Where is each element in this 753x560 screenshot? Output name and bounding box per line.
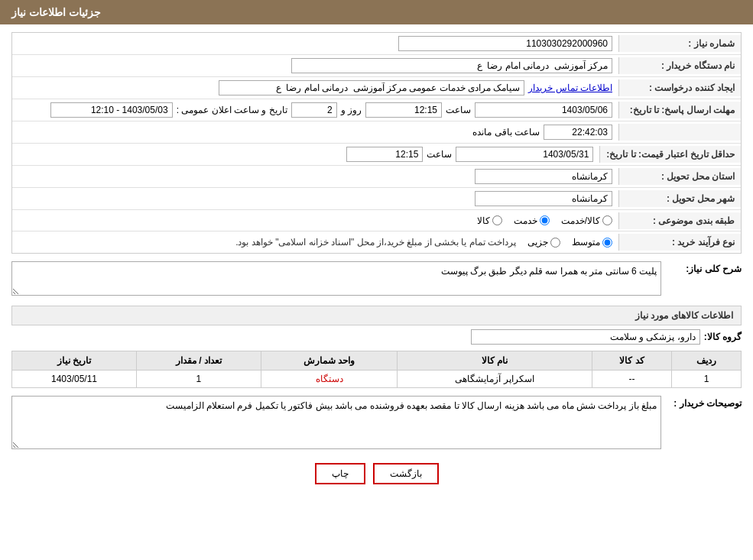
mohlat-ersal-date-input[interactable] xyxy=(475,102,612,118)
table-cell-namKala: اسکراپر آزمایشگاهی xyxy=(398,371,592,388)
sharh-kolli-value xyxy=(11,261,661,298)
mohlat-ersal-saat-label: ساعت xyxy=(446,105,471,115)
group-kala-input[interactable] xyxy=(471,329,700,345)
tosaif-textarea[interactable] xyxy=(11,396,661,449)
kalaها-title: اطلاعات کالاهای مورد نیاز xyxy=(11,306,742,325)
radio-kala-khadamat-input[interactable] xyxy=(602,215,612,225)
ijad-konande-value: اطلاعات تماس خریدار xyxy=(12,77,618,99)
row-shomare-niaz: شماره نیاز : xyxy=(12,33,741,55)
mohlat-ersal-value: ساعت روز و تاریخ و ساعت اعلان عمومی : xyxy=(12,99,618,121)
radio-jozee: جزیی xyxy=(527,237,560,248)
nove-faraind-desc: پرداخت تمام یا بخشی از مبلغ خرید،از محل … xyxy=(235,237,516,248)
shahr-tahvil-label: شهر محل تحویل : xyxy=(618,190,741,207)
mande-saat-value: ساعت باقی مانده xyxy=(12,121,618,143)
nam-dastgah-value xyxy=(12,55,618,76)
page-wrapper: جزئیات اطلاعات نیاز شماره نیاز : نام دست… xyxy=(0,0,753,560)
sharh-kolli-label: شرح کلی نیاز: xyxy=(665,261,742,274)
row-mohlat-ersal: مهلت ارسال پاسخ: تا تاریخ: ساعت روز و تا… xyxy=(12,99,741,121)
hadaqal-tarikh-value: ساعت xyxy=(12,144,599,165)
row-tabaghe-bandi: طبقه بندی موضوعی : کالا/خدمت خدمت xyxy=(12,210,741,231)
mohlat-ersal-roz-label: روز و xyxy=(341,105,362,115)
tosaif-section: توصیحات خریدار : xyxy=(11,396,742,452)
row-shahr-tahvil: شهر محل تحویل : xyxy=(12,188,741,210)
tosaif-value xyxy=(11,396,661,452)
table-cell-kodKala: -- xyxy=(592,371,671,388)
table-header-row: ردیف کد کالا نام کالا واحد شمارش تعداد /… xyxy=(12,351,742,371)
row-mande-saat: ساعت باقی مانده xyxy=(12,121,741,144)
group-kala-label: گروه کالا: xyxy=(704,332,742,342)
row-hadaqal-tarikh: حداقل تاریخ اعتبار قیمت: تا تاریخ: ساعت xyxy=(12,144,741,166)
mohlat-ersal-roz-input[interactable] xyxy=(291,102,337,118)
back-button[interactable]: بازگشت xyxy=(373,463,439,484)
col-tedad: تعداد / مقدار xyxy=(137,351,261,371)
ettelaat-tamas-link[interactable]: اطلاعات تماس خریدار xyxy=(528,83,612,93)
tarikh-alan-input[interactable] xyxy=(50,102,173,118)
tabaghe-bandi-label: طبقه بندی موضوعی : xyxy=(618,212,741,229)
hadaqal-tarikh-label: حداقل تاریخ اعتبار قیمت: تا تاریخ: xyxy=(599,146,741,163)
radio-khadamat-input[interactable] xyxy=(540,215,550,225)
info-section: شماره نیاز : نام دستگاه خریدار : ایجاد ک… xyxy=(11,32,742,254)
table-cell-vahadShomarash: دستگاه xyxy=(261,371,397,388)
col-kod-kala: کد کالا xyxy=(592,351,671,371)
nam-dastgah-input[interactable] xyxy=(291,58,612,73)
radio-kala: کالا xyxy=(477,215,502,226)
mande-saat-input[interactable] xyxy=(544,125,612,140)
group-kala-row: گروه کالا: xyxy=(11,329,742,345)
row-nam-dastgah: نام دستگاه خریدار : xyxy=(12,55,741,77)
col-vahad: واحد شمارش xyxy=(261,351,397,371)
table-cell-tedad: 1 xyxy=(137,371,261,388)
goods-table: ردیف کد کالا نام کالا واحد شمارش تعداد /… xyxy=(11,351,742,388)
ostan-tahvil-input[interactable] xyxy=(475,169,612,184)
hadaqal-saat-label: ساعت xyxy=(427,149,452,160)
radio-khadamat: خدمت xyxy=(514,215,550,226)
hadaqal-saat-input[interactable] xyxy=(346,147,423,162)
tabaghe-bandi-radio-group: کالا/خدمت خدمت کالا xyxy=(18,215,612,226)
col-tarikh-niaz: تاریخ نیاز xyxy=(12,351,137,371)
mohlat-ersal-saat-input[interactable] xyxy=(365,102,442,118)
sharh-kolli-textarea[interactable] xyxy=(11,261,661,296)
mande-saat-label xyxy=(618,124,741,141)
nove-faraind-value: متوسط جزیی پرداخت تمام یا بخشی از مبلغ خ… xyxy=(12,234,618,251)
radio-kala-khadamat: کالا/خدمت xyxy=(561,215,612,226)
khadamat-label: خدمت xyxy=(514,215,537,226)
nam-dastgah-label: نام دستگاه خریدار : xyxy=(618,57,741,74)
radio-motavaset-input[interactable] xyxy=(602,238,612,248)
col-radif: ردیف xyxy=(672,351,742,371)
hadaqal-date-input[interactable] xyxy=(456,147,593,162)
row-ostan-tahvil: استان محل تحویل : xyxy=(12,166,741,188)
ostan-tahvil-value xyxy=(12,166,618,187)
radio-kala-input[interactable] xyxy=(492,215,502,225)
mohlat-ersal-label: مهلت ارسال پاسخ: تا تاریخ: xyxy=(618,102,741,118)
ijad-konande-input[interactable] xyxy=(219,80,524,95)
shomare-niaz-value xyxy=(12,33,618,54)
table-cell-tarikhNiaz: 1403/05/11 xyxy=(12,371,137,388)
main-content: شماره نیاز : نام دستگاه خریدار : ایجاد ک… xyxy=(0,24,753,500)
tosaif-label: توصیحات خریدار : xyxy=(665,396,742,409)
row-nove-faraind: نوع فرآیند خرید : متوسط جزیی xyxy=(12,231,741,253)
nove-faraind-label: نوع فرآیند خرید : xyxy=(618,234,741,251)
sharh-kolli-section: شرح کلی نیاز: xyxy=(11,261,742,298)
mande-saat-static-label: ساعت باقی مانده xyxy=(472,127,540,138)
kala-khadamat-label: کالا/خدمت xyxy=(561,215,600,226)
shomare-niaz-label: شماره نیاز : xyxy=(618,35,741,52)
page-title: جزئیات اطلاعات نیاز xyxy=(11,6,101,18)
table-cell-radif: 1 xyxy=(672,371,742,388)
radio-motavaset: متوسط xyxy=(572,237,612,248)
shomare-niaz-input[interactable] xyxy=(398,36,612,51)
nove-faraind-radio-group: متوسط جزیی xyxy=(527,237,612,248)
print-button[interactable]: چاپ xyxy=(315,463,365,484)
radio-jozee-input[interactable] xyxy=(550,238,560,248)
table-row: 1--اسکراپر آزمایشگاهیدستگاه11403/05/11 xyxy=(12,371,742,388)
ijad-konande-label: ایجاد کننده درخواست : xyxy=(618,79,741,96)
page-header: جزئیات اطلاعات نیاز xyxy=(0,0,753,24)
jozee-label: جزیی xyxy=(527,237,548,248)
ostan-tahvil-label: استان محل تحویل : xyxy=(618,168,741,185)
tabaghe-bandi-value: کالا/خدمت خدمت کالا xyxy=(12,212,618,229)
shahr-tahvil-input[interactable] xyxy=(475,191,612,206)
kala-label: کالا xyxy=(477,215,490,226)
motavaset-label: متوسط xyxy=(572,237,600,248)
button-row: بازگشت چاپ xyxy=(11,463,742,484)
tarikh-alan-label: تاریخ و ساعت اعلان عمومی : xyxy=(177,105,287,115)
shahr-tahvil-value xyxy=(12,188,618,209)
col-nam-kala: نام کالا xyxy=(398,351,592,371)
